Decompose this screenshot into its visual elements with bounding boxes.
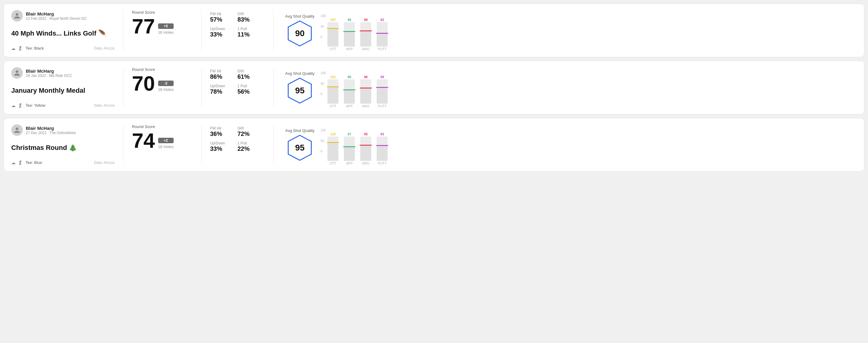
stat-item-0: FW Hit36% [210, 124, 238, 139]
stat-item-2: Up/Down33% [210, 25, 238, 40]
round-card-1: Blair McHarg12 Feb 2022 · Royal North De… [4, 4, 864, 57]
chart-with-y: 100500101OTT86APP96ARG99PUTT [321, 67, 857, 108]
bar-inner [360, 31, 371, 46]
divider-1 [123, 67, 123, 108]
divider-2 [201, 10, 202, 51]
bar-x-label: APP [346, 161, 353, 165]
data-source: Data: Arccos [94, 161, 115, 165]
stat-label: Up/Down [210, 141, 234, 145]
bar-line [343, 89, 355, 90]
stat-label: GIR [238, 126, 261, 130]
round-title: Christmas Round 🎄 [11, 144, 115, 152]
user-name: Blair McHarg [26, 126, 76, 131]
bar-line [376, 33, 388, 34]
avatar [11, 10, 23, 22]
bar-group-app: 86APP [344, 75, 355, 108]
bar-top-label: 107 [330, 18, 336, 22]
bar-x-label: ARG [362, 161, 369, 165]
score-row: 77+518 Holes [132, 16, 193, 36]
score-section: Round Score77+518 Holes [132, 10, 193, 51]
hex-shape: 90 [286, 20, 313, 47]
bar-outer [377, 136, 388, 161]
bar-line [376, 145, 388, 146]
bar-inner [344, 90, 355, 104]
bar-outer [344, 22, 355, 46]
divider-1 [123, 124, 123, 165]
bar-x-label: PUTT [378, 161, 387, 165]
bar-top-label: 82 [380, 18, 384, 22]
round-title: January Monthly Medal [11, 87, 115, 95]
score-badge-col: +218 Holes [158, 138, 174, 149]
bar-chart: 100500107OTT95APP98ARG82PUTT [321, 10, 857, 51]
stats-section: FW Hit36%GIR72%Up/Down33%1 Putt22% [210, 124, 265, 165]
hex-container: Avg Shot Quality 95 [285, 71, 315, 104]
stat-item-1: GIR72% [238, 124, 265, 139]
bar-line [360, 88, 372, 89]
bar-line [327, 28, 339, 29]
y-axis-labels: 100500 [321, 14, 327, 39]
stat-item-2: Up/Down33% [210, 139, 238, 154]
round-left-section: Blair McHarg29 Jan 2022 · Mill Ride GCCJ… [11, 67, 115, 108]
bar-top-label: 96 [364, 75, 368, 79]
bar-top-label: 95 [347, 18, 351, 22]
y-label: 0 [321, 150, 326, 153]
bar-outer [328, 22, 338, 46]
stat-value: 83% [238, 16, 261, 23]
score-badge: +2 [158, 138, 174, 143]
bar-group-ott: 107OTT [328, 18, 338, 51]
y-label: 50 [321, 82, 326, 86]
bar-inner [328, 143, 338, 161]
stat-item-2: Up/Down78% [210, 82, 238, 97]
quality-label: Avg Shot Quality [285, 14, 315, 19]
avatar [11, 124, 23, 136]
score-badge: -2 [158, 81, 174, 86]
stat-value: 61% [238, 73, 261, 80]
stat-value: 33% [210, 145, 234, 152]
bar-top-label: 101 [330, 75, 336, 79]
stat-value: 72% [238, 130, 261, 137]
divider-1 [123, 10, 123, 51]
score-section: Round Score70-218 Holes [132, 67, 193, 108]
stat-item-3: 1 Putt22% [238, 139, 265, 154]
stat-value: 57% [210, 16, 234, 23]
stats-section: FW Hit57%GIR83%Up/Down33%1 Putt11% [210, 10, 265, 51]
stat-value: 11% [238, 31, 261, 38]
bar-line [327, 142, 339, 143]
bar-group-arg: 98ARG [360, 18, 371, 51]
bar-group-app: 87APP [344, 132, 355, 165]
stat-label: Up/Down [210, 27, 234, 31]
user-row: Blair McHarg27 Dec 2021 · The Oxfordshir… [11, 124, 115, 136]
bar-top-label: 99 [380, 75, 384, 79]
chart-with-y: 100500110OTT87APP95ARG93PUTT [321, 124, 857, 165]
divider-3 [273, 10, 274, 51]
score-number: 74 [132, 130, 155, 151]
bar-top-label: 86 [347, 75, 351, 79]
bar-group-ott: 110OTT [328, 132, 338, 165]
bar-top-label: 87 [347, 132, 351, 136]
user-row: Blair McHarg12 Feb 2022 · Royal North De… [11, 10, 115, 22]
bar-group-app: 95APP [344, 18, 355, 51]
y-axis-labels: 100500 [321, 129, 327, 153]
bar-group-putt: 93PUTT [377, 132, 388, 165]
stat-label: 1 Putt [238, 27, 261, 31]
bars-area: 110OTT87APP95ARG93PUTT [328, 129, 388, 165]
score-holes: 18 Holes [158, 30, 174, 35]
bar-x-label: PUTT [378, 104, 387, 108]
tee-label: Tee: Yellow [26, 103, 45, 107]
y-label: 100 [321, 14, 326, 18]
bar-outer [377, 22, 388, 46]
bar-line [360, 30, 372, 31]
bars-area: 107OTT95APP98ARG82PUTT [328, 14, 388, 51]
bar-group-arg: 96ARG [360, 75, 371, 108]
bar-line [327, 86, 339, 87]
tee-info: ☁🏌Tee: Blue [11, 160, 42, 165]
user-row: Blair McHarg29 Jan 2022 · Mill Ride GCC [11, 67, 115, 79]
user-meta: 29 Jan 2022 · Mill Ride GCC [26, 73, 72, 78]
bar-x-label: APP [346, 47, 353, 51]
bar-inner [344, 147, 355, 161]
bar-group-ott: 101OTT [328, 75, 338, 108]
bar-group-arg: 95ARG [360, 132, 371, 165]
tee-info: ☁🏌Tee: Black [11, 46, 44, 51]
round-left-section: Blair McHarg12 Feb 2022 · Royal North De… [11, 10, 115, 51]
bar-inner [360, 146, 371, 161]
